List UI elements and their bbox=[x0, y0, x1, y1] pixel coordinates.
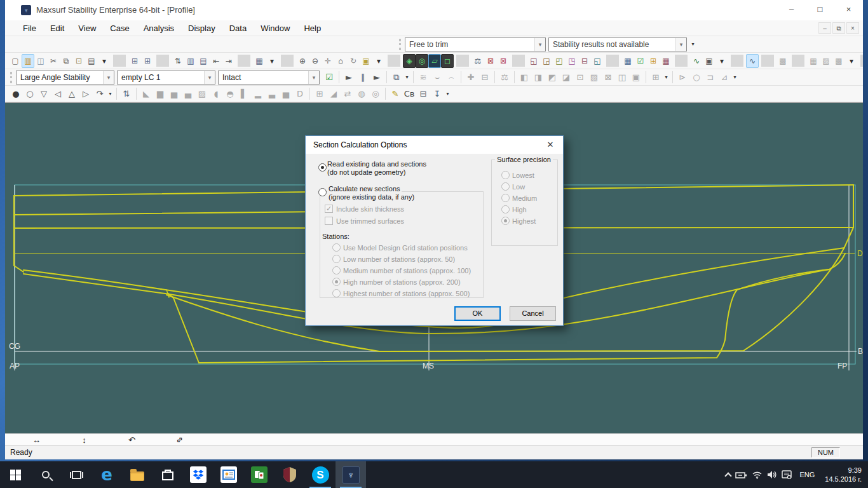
shell-view-button[interactable]: ◖ bbox=[209, 87, 223, 101]
rotate-right-button[interactable]: ▷ bbox=[79, 87, 93, 101]
resume-analysis-button[interactable]: ► bbox=[370, 71, 384, 85]
table-more-caret[interactable]: ▾ bbox=[266, 54, 278, 68]
analysis-window-button[interactable]: ⧉ bbox=[390, 71, 403, 85]
calculate-new-label-2[interactable]: (ignore existing data, if any) bbox=[327, 193, 416, 201]
rotate-button[interactable]: ↶ bbox=[108, 434, 156, 445]
task-view-button[interactable] bbox=[61, 461, 92, 488]
menu-item[interactable]: Case bbox=[103, 20, 136, 36]
pause-analysis-button[interactable]: ∥ bbox=[356, 71, 370, 85]
hull-sections-button[interactable]: ◢ bbox=[327, 87, 341, 101]
menu-item[interactable]: View bbox=[71, 20, 103, 36]
fill-mode-button[interactable]: ● bbox=[9, 87, 23, 101]
margin-line-button[interactable]: ◪ bbox=[559, 71, 573, 85]
save-file-button[interactable]: ◫ bbox=[34, 54, 47, 68]
curve-of-areas-button[interactable]: ∿ bbox=[690, 54, 703, 68]
action-center-icon[interactable] bbox=[782, 470, 792, 479]
display-more-caret[interactable]: ▾ bbox=[107, 87, 114, 101]
language-indicator[interactable]: ENG bbox=[796, 471, 818, 478]
delete-all-weights-button[interactable]: ⊠ bbox=[497, 54, 510, 68]
frame-view-button[interactable]: ▌ bbox=[237, 87, 251, 101]
store-app[interactable] bbox=[153, 461, 183, 488]
tank-fore-button[interactable]: ◧ bbox=[517, 71, 531, 85]
dialog-close-icon[interactable]: ✕ bbox=[543, 139, 558, 151]
search-button[interactable] bbox=[31, 461, 61, 488]
menu-item[interactable]: Analysis bbox=[137, 20, 181, 36]
spin-view-button[interactable]: ↷ bbox=[93, 87, 107, 101]
shape-more-caret[interactable]: ▾ bbox=[731, 71, 738, 85]
key-point-button[interactable]: ⊡ bbox=[573, 71, 587, 85]
profile-display-button[interactable]: ⌢ bbox=[444, 71, 458, 85]
assembly-button[interactable]: ▣ bbox=[360, 54, 372, 68]
deck-view-button[interactable]: ▅ bbox=[167, 87, 181, 101]
funnel-display-button[interactable]: ▽ bbox=[37, 87, 51, 101]
load-case-combo[interactable]: empty LC 1 ▾ bbox=[117, 71, 215, 85]
close-button[interactable]: × bbox=[834, 0, 863, 19]
sphere-outline-button[interactable]: ◎ bbox=[369, 87, 383, 101]
boat-low-button[interactable]: ▂ bbox=[251, 87, 265, 101]
toolbar-grip[interactable] bbox=[10, 72, 13, 83]
load-summary-button[interactable]: ⊟ bbox=[578, 54, 591, 68]
chevron-down-icon[interactable]: ▾ bbox=[675, 38, 686, 51]
read-existing-label-1[interactable]: Read existing data and sections bbox=[327, 160, 426, 168]
start-button[interactable] bbox=[0, 461, 31, 488]
open-file-button[interactable]: ▥ bbox=[22, 54, 34, 68]
status-more-caret[interactable]: ▾ bbox=[689, 37, 696, 51]
hold-view-button[interactable]: ▄ bbox=[181, 87, 195, 101]
skype-app[interactable]: S bbox=[305, 461, 336, 488]
draft-marks-button[interactable]: ⇅ bbox=[119, 87, 133, 101]
tray-chevron-icon[interactable] bbox=[725, 472, 732, 479]
scroll-horizontal-button[interactable]: ↔ bbox=[13, 434, 60, 445]
menu-item[interactable]: Help bbox=[297, 20, 328, 36]
block-coefficient-button[interactable]: Cʙ bbox=[402, 87, 416, 101]
view-perspective-button[interactable]: ◈ bbox=[403, 54, 416, 68]
compartment-button[interactable]: ▣ bbox=[629, 71, 643, 85]
analysis-more-caret[interactable]: ▾ bbox=[403, 71, 410, 85]
fluid-levels-button[interactable]: ⊟ bbox=[478, 71, 492, 85]
shift-column-right-button[interactable]: ⇥ bbox=[222, 54, 235, 68]
measure-ruler-button[interactable]: ✎ bbox=[388, 87, 402, 101]
boat-mid-button[interactable]: ▃ bbox=[265, 87, 279, 101]
insert-column-right-button[interactable]: ⊞ bbox=[141, 54, 154, 68]
zoom-in-button[interactable]: ⊕ bbox=[296, 54, 309, 68]
delete-column-button[interactable]: ▤ bbox=[197, 54, 210, 68]
tray-clock[interactable]: 9:39 14.5.2016 г. bbox=[822, 466, 862, 484]
measure-weights-button[interactable]: ⚖ bbox=[471, 54, 484, 68]
half-view-button[interactable]: ◓ bbox=[223, 87, 237, 101]
pattern-button[interactable]: ▩ bbox=[776, 54, 789, 68]
condition-combo[interactable]: Intact ▾ bbox=[218, 71, 320, 85]
shift-column-left-button[interactable]: ⇤ bbox=[210, 54, 222, 68]
hull-shape-button[interactable]: ⊳ bbox=[675, 71, 689, 85]
tank-loads-button[interactable]: ◱ bbox=[591, 54, 604, 68]
circle-shape-button[interactable]: ○ bbox=[689, 71, 703, 85]
stability-results-combo[interactable]: Stability results not available ▾ bbox=[548, 37, 687, 51]
grid-more-caret[interactable]: ▾ bbox=[845, 54, 858, 68]
image-button[interactable]: ▣ bbox=[703, 54, 715, 68]
mdi-restore-button[interactable]: ⧉ bbox=[832, 22, 845, 34]
rotate-left-button[interactable]: ◁ bbox=[51, 87, 65, 101]
boat-high-button[interactable]: ▅ bbox=[279, 87, 293, 101]
zoom-out-button[interactable]: ⊖ bbox=[309, 54, 322, 68]
stern-sections-button[interactable]: ◣ bbox=[139, 87, 153, 101]
insert-column-left-button[interactable]: ⊞ bbox=[128, 54, 141, 68]
scroll-vertical-button[interactable]: ↕ bbox=[60, 434, 108, 445]
chevron-down-icon[interactable]: ▾ bbox=[308, 71, 319, 84]
wireframe-mode-button[interactable]: ○ bbox=[23, 87, 37, 101]
paste-button[interactable]: ⊡ bbox=[72, 54, 85, 68]
calculate-new-radio[interactable] bbox=[318, 188, 327, 196]
chevron-down-icon[interactable]: ▾ bbox=[103, 71, 114, 84]
tank-soundings-button[interactable]: ⚖ bbox=[498, 71, 512, 85]
linked-tank-button[interactable]: ◫ bbox=[615, 71, 629, 85]
pan-button[interactable]: ✛ bbox=[322, 54, 334, 68]
start-analysis-button[interactable]: ► bbox=[342, 71, 356, 85]
view-profile-button[interactable]: ▱ bbox=[428, 54, 441, 68]
hydro-more-caret[interactable]: ▾ bbox=[444, 87, 451, 101]
hydrostatics-table-button[interactable]: ⊟ bbox=[416, 87, 430, 101]
add-table-button[interactable]: ⊞ bbox=[647, 54, 660, 68]
report-tables-button[interactable]: ▦ bbox=[660, 54, 672, 68]
grid-stations-button[interactable]: ⊞ bbox=[313, 87, 327, 101]
solitaire-app[interactable] bbox=[244, 461, 275, 488]
grid-dense-button[interactable]: ▩ bbox=[832, 54, 845, 68]
menu-item[interactable]: File bbox=[16, 20, 43, 36]
sphere-render-button[interactable]: ◍ bbox=[355, 87, 369, 101]
sounding-tool-button[interactable]: ↧ bbox=[430, 87, 444, 101]
